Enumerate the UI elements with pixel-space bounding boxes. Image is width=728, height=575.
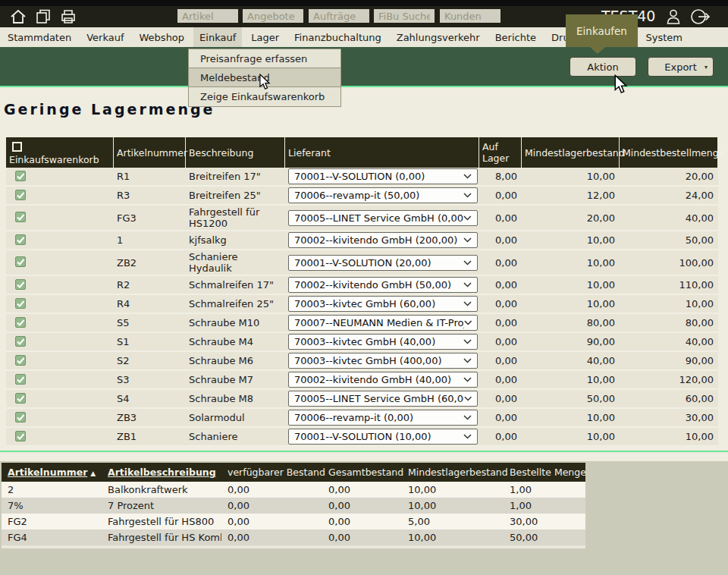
lieferant-select[interactable]: 70003--kivtec GmbH (400,00) xyxy=(288,353,478,369)
lieferant-cell: 70007--NEUMANN Medien & IT-Proje xyxy=(285,314,479,333)
chevron-down-icon xyxy=(463,358,472,363)
lieferant-cell: 70002--kivitendo GmbH (200,00) xyxy=(285,231,479,250)
select-all-checkbox[interactable] xyxy=(12,142,22,152)
auf-lager-cell: 0,00 xyxy=(479,371,522,390)
artikelnummer-cell: FG3 xyxy=(114,206,186,231)
row-checkbox[interactable] xyxy=(15,317,26,328)
menubar-item[interactable]: Berichte xyxy=(489,27,542,47)
beschreibung-cell: Schraube M8 xyxy=(186,390,285,409)
chevron-down-icon xyxy=(463,282,472,288)
copy-icon[interactable] xyxy=(34,8,52,26)
mindestlagerbestand-cell: 10,00 xyxy=(522,295,620,314)
lieferant-select[interactable]: 70002--kivitendo GmbH (50,00) xyxy=(288,277,478,293)
menubar-item[interactable]: Stammdaten xyxy=(2,27,77,47)
report-table-bottom-border xyxy=(2,545,585,548)
gesamt-cell: 0,00 xyxy=(322,514,402,529)
dropdown-menu-item[interactable]: Zeige Einkaufswarenkorb xyxy=(189,87,340,106)
search-artikel-input[interactable] xyxy=(177,9,238,23)
mindest-cell: 10,00 xyxy=(402,482,504,498)
lieferant-cell: 70003--kivtec GmbH (400,00) xyxy=(285,352,479,371)
mindestbestellmenge-cell: 24,00 xyxy=(620,187,718,206)
header-artikelbeschreibung: Artikelbeschreibung xyxy=(102,463,221,482)
beschreibung-cell: Schraube M6 xyxy=(186,352,285,371)
row-checkbox[interactable] xyxy=(15,336,26,347)
lieferant-select[interactable]: 70005--LINET Service GmbH (60,00) xyxy=(288,391,478,407)
mindestbestellmenge-cell: 90,00 xyxy=(620,352,718,371)
mindestlagerbestand-cell: 10,00 xyxy=(522,428,620,447)
beschreibung-cell: Fahrgestell für HS1200 xyxy=(186,206,285,231)
header-bestellte-menge: Bestellte Menge xyxy=(504,463,585,482)
row-checkbox[interactable] xyxy=(15,190,26,200)
chevron-down-icon xyxy=(463,260,472,266)
row-checkbox[interactable] xyxy=(15,298,26,309)
mindestbestellmenge-cell: 10,00 xyxy=(620,428,718,447)
menubar-item[interactable]: Zahlungsverkehr xyxy=(391,27,486,47)
search-fibu-input[interactable] xyxy=(374,9,435,23)
header-auf-lager: Auf Lager xyxy=(479,137,522,168)
sort-artikelnummer-link[interactable]: Artikelnummer xyxy=(8,467,87,478)
lieferant-select[interactable]: 70006--revamp-it (0,00) xyxy=(288,410,478,426)
lieferant-select[interactable]: 70005--LINET Service GmbH (0,00) xyxy=(288,210,478,226)
mindestlagerbestand-cell: 20,00 xyxy=(522,206,620,231)
home-icon[interactable] xyxy=(9,8,27,26)
sort-artikelbeschreibung-link[interactable]: Artikelbeschreibung xyxy=(108,467,216,478)
mindestlagerbestand-cell: 40,00 xyxy=(522,352,620,371)
lieferant-select[interactable]: 70007--NEUMANN Medien & IT-Proje xyxy=(288,315,478,331)
artikelnummer-cell: R1 xyxy=(114,168,186,187)
bestellt-cell: 30,00 xyxy=(504,514,585,529)
row-checkbox[interactable] xyxy=(15,234,26,245)
user-icon[interactable] xyxy=(664,8,682,26)
beschreibung-cell: Schraube M10 xyxy=(186,314,285,333)
table-row: FG3 Fahrgestell für HS1200 70005--LINET … xyxy=(6,206,718,231)
mindest-cell: 10,00 xyxy=(402,529,504,545)
row-checkbox[interactable] xyxy=(15,212,26,222)
table-row: ZB1 Schaniere 70001--V-SOLUTION (10,00) … xyxy=(6,428,718,447)
menubar-item[interactable]: Lager xyxy=(245,27,285,47)
search-angebote-input[interactable] xyxy=(243,9,303,23)
menubar-item[interactable]: Einkauf xyxy=(193,27,242,47)
search-kunden-input[interactable] xyxy=(440,9,500,23)
lieferant-select[interactable]: 70001--V-SOLUTION (20,00) xyxy=(288,255,478,271)
check-icon xyxy=(16,171,25,181)
row-checkbox[interactable] xyxy=(15,256,26,267)
dropdown-menu-item[interactable]: Preisanfrage erfassen xyxy=(189,49,340,68)
artikelnummer-cell: S2 xyxy=(114,352,186,371)
lieferant-select[interactable]: 70002--kivitendo GmbH (200,00) xyxy=(288,232,478,248)
row-checkbox[interactable] xyxy=(15,355,26,366)
print-icon[interactable] xyxy=(59,8,77,26)
lieferant-select[interactable]: 70006--revamp-it (50,00) xyxy=(288,187,478,203)
row-checkbox[interactable] xyxy=(15,374,26,385)
mindestbestellmenge-cell: 60,00 xyxy=(620,390,718,409)
mindestlagerbestand-cell: 12,00 xyxy=(522,187,620,206)
chevron-down-icon xyxy=(463,377,472,382)
lieferant-select[interactable]: 70003--kivtec GmbH (40,00) xyxy=(288,334,478,350)
search-auftraege-input[interactable] xyxy=(309,9,369,23)
lieferant-select[interactable]: 70002--kivitendo GmbH (40,00) xyxy=(288,372,478,388)
row-checkbox[interactable] xyxy=(15,279,26,290)
menubar-item[interactable]: Finanzbuchaltung xyxy=(288,27,388,47)
row-checkbox[interactable] xyxy=(15,171,26,181)
menubar-item[interactable]: Verkauf xyxy=(80,27,130,47)
checkbox-cell xyxy=(6,409,114,428)
auf-lager-cell: 0,00 xyxy=(479,428,522,447)
chevron-down-icon xyxy=(464,396,472,401)
table-row: S2 Schraube M6 70003--kivtec GmbH (400,0… xyxy=(6,352,718,371)
row-checkbox[interactable] xyxy=(15,412,26,423)
checkbox-cell xyxy=(6,187,114,206)
row-checkbox[interactable] xyxy=(15,393,26,404)
mindestbestellmenge-cell: 40,00 xyxy=(620,333,718,352)
artikelnummer-cell: R2 xyxy=(114,276,186,295)
lieferant-select[interactable]: 70001--V-SOLUTION (0,00) xyxy=(288,168,478,184)
row-checkbox[interactable] xyxy=(15,431,26,441)
lieferant-select[interactable]: 70001--V-SOLUTION (10,00) xyxy=(288,429,478,445)
logout-icon[interactable] xyxy=(690,8,711,26)
menubar-item[interactable]: System xyxy=(640,27,689,47)
header-beschreibung: Beschreibung xyxy=(186,137,285,168)
export-button[interactable]: Export▾ xyxy=(648,57,714,77)
header-lieferant: Lieferant xyxy=(285,137,479,168)
artikelnummer-cell: S3 xyxy=(114,371,186,390)
beschreibung-cell: kjfsalkg xyxy=(186,231,285,250)
chevron-down-icon xyxy=(463,339,472,344)
lieferant-select[interactable]: 70003--kivtec GmbH (60,00) xyxy=(288,296,478,312)
menubar-item[interactable]: Webshop xyxy=(133,27,191,47)
